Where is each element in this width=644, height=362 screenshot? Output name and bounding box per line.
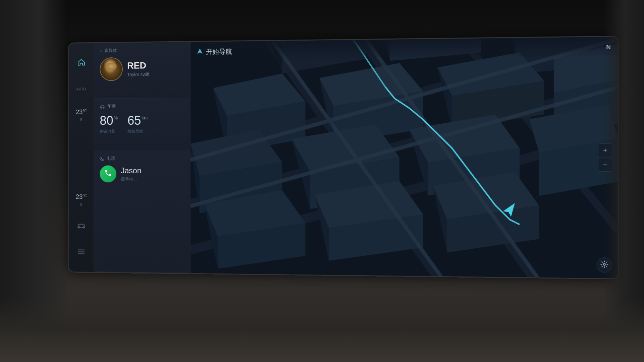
range-stat: 65 km 续航里程 — [127, 114, 148, 134]
svg-marker-58 — [197, 48, 203, 54]
sidebar-temp-top: 23℃ 5 — [69, 102, 94, 128]
nav-arrow-icon — [197, 48, 203, 56]
settings-button[interactable] — [597, 257, 612, 273]
phone-widget-header: 电话 — [100, 156, 184, 162]
vehicle-stats: 80 % 剩余电量 65 km 续航里程 — [100, 113, 184, 134]
temperature-bottom: 23℃ 5 — [75, 189, 87, 211]
music-header-icon: ♪ — [100, 48, 102, 53]
map-controls: + − — [598, 143, 612, 172]
music-header-label: 多媒体 — [105, 48, 117, 54]
battery-stat: 80 % 剩余电量 — [100, 114, 118, 134]
menu-icon — [77, 248, 85, 256]
vehicle-header-label: 车辆 — [107, 103, 116, 109]
battery-value: 80 % — [100, 114, 118, 127]
sidebar-temp-bottom: 23℃ 5 — [69, 187, 94, 213]
sidebar-item-car[interactable] — [69, 213, 94, 239]
map-visualization — [191, 37, 618, 279]
nav-start-button[interactable]: 开始导航 — [197, 47, 232, 56]
phone-widget[interactable]: 电话 Jason 拨号中... — [94, 151, 190, 273]
music-widget[interactable]: ♪ 多媒体 RED Taylor swift — [94, 42, 190, 99]
phone-info: Jason 拨号中... — [121, 166, 184, 182]
music-artist: Taylor swift — [127, 71, 184, 77]
phone-content: Jason 拨号中... — [100, 165, 184, 182]
phone-header-label: 电话 — [107, 156, 115, 162]
infotainment-screen: AUTO 23℃ 5 23℃ 5 — [69, 37, 618, 279]
sidebar: AUTO 23℃ 5 23℃ 5 — [69, 43, 94, 272]
music-content: RED Taylor swift — [100, 57, 184, 81]
north-indicator: N — [606, 44, 611, 51]
auto-label: AUTO — [76, 87, 86, 91]
zoom-in-button[interactable]: + — [598, 143, 612, 157]
settings-icon — [600, 260, 608, 270]
car-icon — [76, 222, 86, 230]
phone-call-icon — [104, 169, 112, 179]
temperature-top: 23℃ 5 — [75, 104, 87, 126]
call-status: 拨号中... — [121, 176, 184, 182]
album-art — [100, 57, 123, 81]
vehicle-widget[interactable]: 车辆 80 % 剩余电量 65 — [94, 98, 190, 151]
nav-start-label: 开始导航 — [206, 47, 232, 56]
vehicle-widget-header: 车辆 — [100, 103, 184, 109]
music-info: RED Taylor swift — [127, 60, 184, 77]
sidebar-item-auto: AUTO — [69, 76, 94, 102]
phone-header-icon — [100, 156, 104, 161]
widgets-panel: ♪ 多媒体 RED Taylor swift — [94, 42, 190, 273]
sidebar-item-menu[interactable] — [69, 239, 94, 265]
battery-label: 剩余电量 — [100, 129, 118, 134]
vehicle-header-icon — [100, 104, 105, 109]
contact-name: Jason — [121, 166, 184, 175]
sidebar-item-home[interactable] — [69, 50, 94, 76]
range-value: 65 km — [127, 114, 148, 127]
phone-avatar — [100, 165, 116, 182]
range-label: 续航里程 — [127, 129, 148, 134]
map-area[interactable]: 开始导航 N + − — [191, 37, 618, 279]
car-frame: AUTO 23℃ 5 23℃ 5 — [0, 0, 644, 362]
music-title: RED — [127, 60, 184, 71]
home-icon — [77, 58, 86, 68]
screen-content: AUTO 23℃ 5 23℃ 5 — [69, 37, 618, 279]
zoom-out-button[interactable]: − — [598, 158, 612, 172]
music-widget-header: ♪ 多媒体 — [100, 47, 184, 54]
svg-point-59 — [603, 263, 605, 265]
album-art-image — [100, 58, 122, 80]
